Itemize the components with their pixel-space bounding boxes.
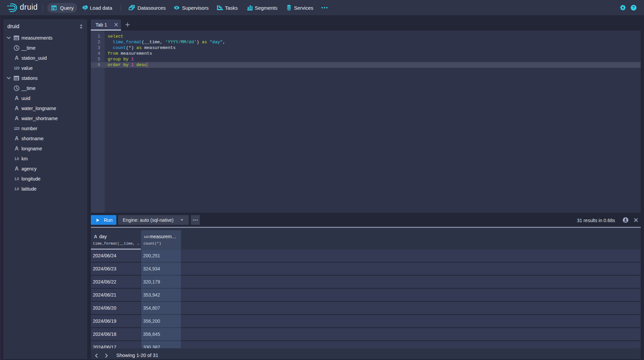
svg-text:?: ? (632, 5, 635, 10)
